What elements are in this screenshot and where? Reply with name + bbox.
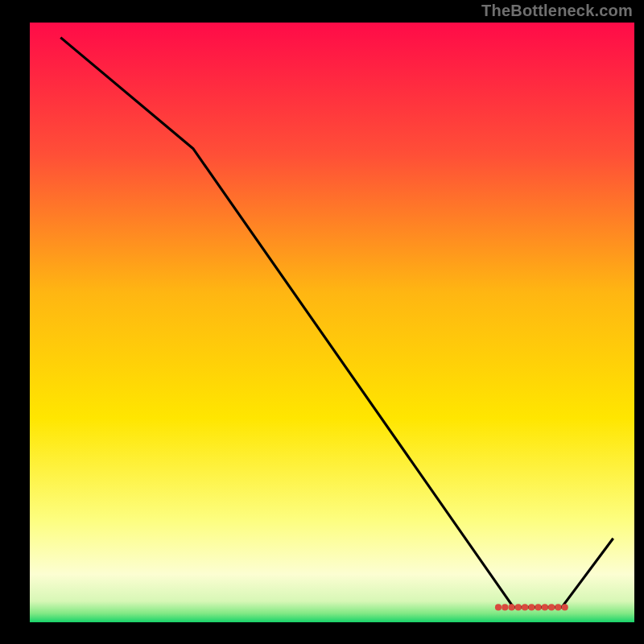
data-marker	[562, 604, 568, 610]
chart-stage: TheBottleneck.com	[0, 0, 644, 644]
data-marker	[535, 604, 541, 610]
data-marker	[495, 604, 502, 610]
data-marker	[522, 604, 528, 610]
plot-background	[30, 23, 634, 622]
bottleneck-chart	[0, 0, 644, 644]
data-marker	[555, 604, 561, 610]
data-marker	[515, 604, 522, 610]
data-marker	[528, 604, 535, 610]
data-marker	[508, 604, 514, 610]
watermark-text: TheBottleneck.com	[481, 2, 633, 20]
marker-group	[495, 604, 568, 610]
data-marker	[542, 604, 548, 610]
data-marker	[502, 604, 508, 610]
data-marker	[548, 604, 555, 610]
